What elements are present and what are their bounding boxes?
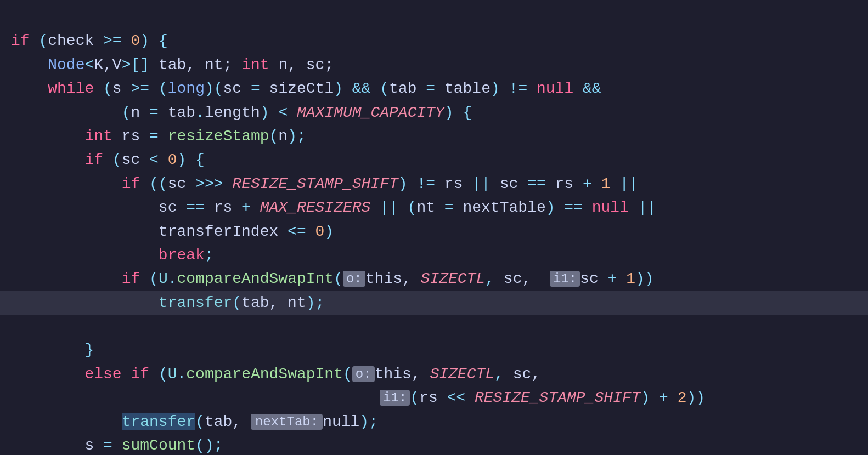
line-10: break; <box>11 247 214 264</box>
line-7: if ((sc >>> RESIZE_STAMP_SHIFT) != rs ||… <box>11 175 638 192</box>
line-4: (n = tab.length) < MAXIMUM_CAPACITY) { <box>11 104 472 121</box>
line-6: if (sc < 0) { <box>11 151 205 168</box>
line-8: sc == rs + MAX_RESIZERS || (nt = nextTab… <box>11 199 656 216</box>
line-3: while (s >= (long)(sc = sizeCtl) && (tab… <box>11 80 601 97</box>
line-14: else if (U.compareAndSwapInt(o:this, SIZ… <box>11 366 540 383</box>
line-16: transfer(tab, nextTab:null); <box>11 413 378 430</box>
line-15: i1:(rs << RESIZE_STAMP_SHIFT) + 2)) <box>11 389 705 406</box>
line-11: if (U.compareAndSwapInt(o:this, SIZECTL,… <box>11 270 654 287</box>
line-1: if (check >= 0) { <box>11 32 168 49</box>
code-editor: if (check >= 0) { Node<K,V>[] tab, nt; i… <box>0 0 868 455</box>
line-2: Node<K,V>[] tab, nt; int n, sc; <box>11 56 334 73</box>
line-12-highlighted: transfer(tab, nt); <box>0 291 868 315</box>
line-9: transferIndex <= 0) <box>11 223 334 240</box>
line-5: int rs = resizeStamp(n); <box>11 128 306 145</box>
line-17: s = sumCount(); <box>11 437 223 454</box>
line-13: } <box>11 342 94 359</box>
